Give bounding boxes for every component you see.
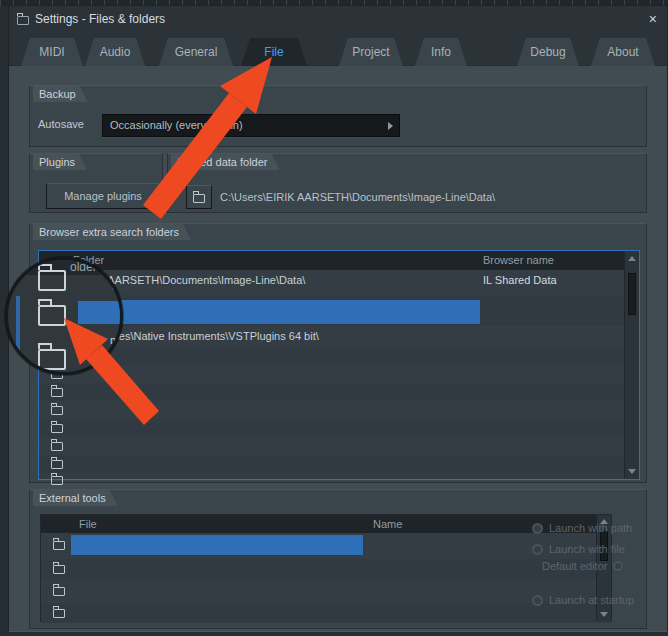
list-item[interactable]: [41, 603, 611, 623]
radio-launch-at-startup[interactable]: Launch at startup: [532, 594, 634, 606]
browse-shared-folder-button[interactable]: [186, 185, 212, 209]
tab-debug[interactable]: Debug: [517, 38, 579, 66]
folder-icon: [51, 476, 63, 485]
autosave-label: Autosave: [38, 118, 84, 130]
dropdown-arrow-icon: [388, 122, 393, 130]
browser-folders-list[interactable]: Folder Browser name \EIRIK AARSETH\Docum…: [38, 250, 640, 480]
scroll-up-icon[interactable]: [628, 256, 636, 261]
tab-bar: MIDI Audio General File Project Info Deb…: [9, 33, 667, 66]
column-name: Name: [373, 518, 402, 530]
radio-label: Launch at startup: [549, 594, 634, 606]
browser-list-header: Folder Browser name: [39, 251, 639, 270]
tab-about[interactable]: About: [591, 38, 655, 66]
browser-folders-section-label: Browser extra search folders: [33, 224, 191, 240]
external-list-header: File Name: [41, 515, 611, 533]
plugins-section: Plugins Manage plugins: [29, 153, 163, 213]
folder-icon: [51, 388, 63, 397]
list-item[interactable]: [39, 365, 639, 383]
radio-launch-with-file[interactable]: Launch with file: [532, 543, 625, 555]
titlebar[interactable]: Settings - Files & folders ×: [9, 6, 667, 33]
list-item[interactable]: [39, 383, 639, 401]
list-item[interactable]: \EIRIK AARSETH\Documents\Image-Line\Data…: [39, 270, 639, 291]
list-item[interactable]: [39, 437, 639, 455]
tab-midi[interactable]: MIDI: [21, 38, 83, 66]
tab-info[interactable]: Info: [415, 38, 467, 66]
shared-data-section: Shared data folder C:\Users\EIRIK AARSET…: [167, 153, 647, 213]
browser-folders-section: Browser extra search folders Folder Brow…: [29, 223, 647, 483]
radio-icon: [532, 595, 543, 606]
list-item-selected[interactable]: [39, 295, 639, 326]
list-item[interactable]: [39, 347, 639, 365]
folder-icon: [53, 609, 65, 618]
tab-project[interactable]: Project: [339, 38, 403, 66]
radio-icon: [532, 523, 543, 534]
folder-icon: [193, 194, 205, 203]
radio-launch-with-path[interactable]: Launch with path: [532, 522, 632, 534]
folder-icon: [51, 442, 63, 451]
screenshot-root: Settings - Files & folders × MIDI Audio …: [0, 0, 668, 636]
magnified-folder-icon: [38, 349, 66, 370]
row-browser-name: IL Shared Data: [483, 274, 557, 286]
scroll-down-icon[interactable]: [628, 469, 636, 474]
dialog-title: Settings - Files & folders: [35, 12, 165, 26]
shared-data-path: C:\Users\EIRIK AARSETH\Documents\Image-L…: [220, 191, 495, 203]
list-item[interactable]: [39, 401, 639, 419]
list-item[interactable]: [39, 419, 639, 437]
selection-highlight: [71, 535, 363, 555]
folder-icon: [53, 541, 65, 550]
external-tools-section-label: External tools: [33, 490, 118, 506]
backup-section: Backup Autosave Occasionally (every 10mi…: [29, 85, 647, 147]
magnified-folder-icon: [38, 305, 66, 326]
manage-plugins-button[interactable]: Manage plugins: [46, 183, 160, 209]
radio-icon: [532, 544, 543, 555]
autosave-value: Occasionally (every 10min): [110, 119, 243, 131]
external-tools-list[interactable]: File Name: [40, 514, 612, 622]
radio-label: Launch with path: [549, 522, 632, 534]
backup-section-label: Backup: [33, 86, 88, 102]
folder-icon: [51, 406, 63, 415]
radio-default-editor[interactable]: Default editor: [542, 560, 623, 572]
row-path: m Files\Native Instruments\VSTPlugins 64…: [95, 330, 319, 342]
plugins-section-label: Plugins: [33, 154, 87, 170]
tab-file[interactable]: File: [241, 38, 307, 66]
list-item[interactable]: [39, 473, 639, 481]
magnified-selection: [78, 301, 123, 324]
list-item[interactable]: [39, 455, 639, 473]
external-tools-section: External tools File Name: [29, 489, 647, 629]
radio-label: Launch with file: [549, 543, 625, 555]
folder-icon: [53, 587, 65, 596]
tab-audio[interactable]: Audio: [85, 38, 145, 66]
folder-icon: [53, 565, 65, 574]
list-item[interactable]: [41, 581, 611, 601]
magnified-folder-icon: [38, 270, 66, 291]
list-item[interactable]: m Files\Native Instruments\VSTPlugins 64…: [39, 326, 639, 347]
tab-general[interactable]: General: [159, 38, 233, 66]
folder-icon: [51, 460, 63, 469]
scroll-thumb[interactable]: [628, 273, 636, 315]
folder-icon: [51, 424, 63, 433]
autosave-dropdown[interactable]: Occasionally (every 10min): [102, 114, 400, 137]
column-file: File: [79, 518, 97, 530]
selection-highlight: [71, 300, 480, 324]
column-browser-name: Browser name: [483, 254, 554, 266]
list-item[interactable]: [41, 559, 611, 579]
list-item-selected[interactable]: [41, 533, 611, 557]
scroll-down-icon[interactable]: [600, 612, 608, 617]
folder-icon: [17, 16, 29, 25]
close-icon[interactable]: ×: [649, 11, 657, 27]
radio-label: Default editor: [542, 560, 607, 572]
browser-list-scrollbar[interactable]: [624, 251, 639, 479]
shared-data-section-label: Shared data folder: [171, 154, 280, 170]
magnifier-circle: older \EIRIK m Fil: [5, 257, 123, 375]
radio-icon: [613, 561, 623, 571]
